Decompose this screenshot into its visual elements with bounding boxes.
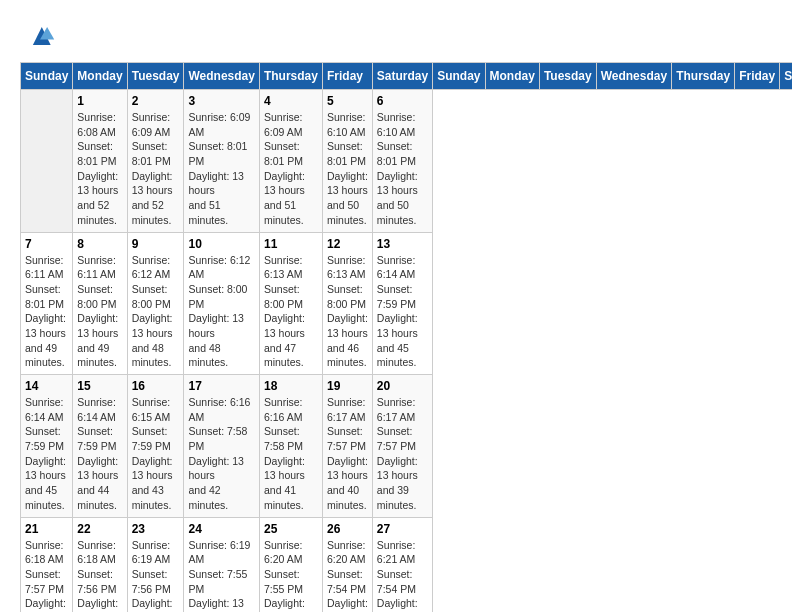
calendar-cell: 6Sunrise: 6:10 AMSunset: 8:01 PMDaylight… — [372, 90, 432, 233]
day-info: Sunrise: 6:16 AMSunset: 7:58 PMDaylight:… — [264, 395, 318, 513]
col-header-monday: Monday — [485, 63, 539, 90]
page-header — [20, 20, 772, 52]
col-header-thursday: Thursday — [672, 63, 735, 90]
calendar-cell: 21Sunrise: 6:18 AMSunset: 7:57 PMDayligh… — [21, 517, 73, 612]
col-header-friday: Friday — [735, 63, 780, 90]
calendar-week-row: 1Sunrise: 6:08 AMSunset: 8:01 PMDaylight… — [21, 90, 793, 233]
calendar-cell: 24Sunrise: 6:19 AMSunset: 7:55 PMDayligh… — [184, 517, 259, 612]
calendar-cell: 4Sunrise: 6:09 AMSunset: 8:01 PMDaylight… — [259, 90, 322, 233]
col-header-saturday: Saturday — [780, 63, 792, 90]
calendar-week-row: 14Sunrise: 6:14 AMSunset: 7:59 PMDayligh… — [21, 375, 793, 518]
calendar-cell: 26Sunrise: 6:20 AMSunset: 7:54 PMDayligh… — [322, 517, 372, 612]
calendar-cell: 5Sunrise: 6:10 AMSunset: 8:01 PMDaylight… — [322, 90, 372, 233]
day-info: Sunrise: 6:17 AMSunset: 7:57 PMDaylight:… — [327, 395, 368, 513]
calendar-cell: 27Sunrise: 6:21 AMSunset: 7:54 PMDayligh… — [372, 517, 432, 612]
col-wednesday: Wednesday — [184, 63, 259, 90]
day-number: 8 — [77, 237, 122, 251]
calendar-cell: 17Sunrise: 6:16 AMSunset: 7:58 PMDayligh… — [184, 375, 259, 518]
calendar-cell — [21, 90, 73, 233]
day-number: 5 — [327, 94, 368, 108]
calendar-table: SundayMondayTuesdayWednesdayThursdayFrid… — [20, 62, 792, 612]
calendar-header-row: SundayMondayTuesdayWednesdayThursdayFrid… — [21, 63, 793, 90]
day-info: Sunrise: 6:12 AMSunset: 8:00 PMDaylight:… — [132, 253, 180, 371]
day-info: Sunrise: 6:10 AMSunset: 8:01 PMDaylight:… — [377, 110, 428, 228]
day-info: Sunrise: 6:20 AMSunset: 7:54 PMDaylight:… — [327, 538, 368, 613]
day-info: Sunrise: 6:20 AMSunset: 7:55 PMDaylight:… — [264, 538, 318, 613]
day-info: Sunrise: 6:11 AMSunset: 8:01 PMDaylight:… — [25, 253, 68, 371]
day-number: 6 — [377, 94, 428, 108]
col-header-wednesday: Wednesday — [596, 63, 671, 90]
calendar-cell: 11Sunrise: 6:13 AMSunset: 8:00 PMDayligh… — [259, 232, 322, 375]
day-number: 25 — [264, 522, 318, 536]
day-info: Sunrise: 6:13 AMSunset: 8:00 PMDaylight:… — [264, 253, 318, 371]
calendar-cell: 25Sunrise: 6:20 AMSunset: 7:55 PMDayligh… — [259, 517, 322, 612]
day-number: 12 — [327, 237, 368, 251]
day-number: 11 — [264, 237, 318, 251]
col-saturday: Saturday — [372, 63, 432, 90]
day-number: 27 — [377, 522, 428, 536]
day-info: Sunrise: 6:15 AMSunset: 7:59 PMDaylight:… — [132, 395, 180, 513]
day-info: Sunrise: 6:16 AMSunset: 7:58 PMDaylight:… — [188, 395, 254, 513]
day-number: 23 — [132, 522, 180, 536]
calendar-cell: 2Sunrise: 6:09 AMSunset: 8:01 PMDaylight… — [127, 90, 184, 233]
day-number: 24 — [188, 522, 254, 536]
day-number: 18 — [264, 379, 318, 393]
day-info: Sunrise: 6:21 AMSunset: 7:54 PMDaylight:… — [377, 538, 428, 613]
day-info: Sunrise: 6:08 AMSunset: 8:01 PMDaylight:… — [77, 110, 122, 228]
calendar-cell: 8Sunrise: 6:11 AMSunset: 8:00 PMDaylight… — [73, 232, 127, 375]
day-number: 20 — [377, 379, 428, 393]
day-info: Sunrise: 6:13 AMSunset: 8:00 PMDaylight:… — [327, 253, 368, 371]
day-info: Sunrise: 6:14 AMSunset: 7:59 PMDaylight:… — [377, 253, 428, 371]
day-number: 14 — [25, 379, 68, 393]
calendar-cell: 10Sunrise: 6:12 AMSunset: 8:00 PMDayligh… — [184, 232, 259, 375]
calendar-cell: 15Sunrise: 6:14 AMSunset: 7:59 PMDayligh… — [73, 375, 127, 518]
calendar-cell: 16Sunrise: 6:15 AMSunset: 7:59 PMDayligh… — [127, 375, 184, 518]
day-info: Sunrise: 6:09 AMSunset: 8:01 PMDaylight:… — [188, 110, 254, 228]
day-info: Sunrise: 6:12 AMSunset: 8:00 PMDaylight:… — [188, 253, 254, 371]
col-monday: Monday — [73, 63, 127, 90]
col-friday: Friday — [322, 63, 372, 90]
calendar-cell: 14Sunrise: 6:14 AMSunset: 7:59 PMDayligh… — [21, 375, 73, 518]
day-number: 13 — [377, 237, 428, 251]
calendar-cell: 9Sunrise: 6:12 AMSunset: 8:00 PMDaylight… — [127, 232, 184, 375]
day-info: Sunrise: 6:09 AMSunset: 8:01 PMDaylight:… — [264, 110, 318, 228]
logo-icon — [24, 20, 56, 52]
day-info: Sunrise: 6:19 AMSunset: 7:56 PMDaylight:… — [132, 538, 180, 613]
day-number: 1 — [77, 94, 122, 108]
calendar-week-row: 7Sunrise: 6:11 AMSunset: 8:01 PMDaylight… — [21, 232, 793, 375]
calendar-cell: 7Sunrise: 6:11 AMSunset: 8:01 PMDaylight… — [21, 232, 73, 375]
calendar-cell: 13Sunrise: 6:14 AMSunset: 7:59 PMDayligh… — [372, 232, 432, 375]
calendar-cell: 12Sunrise: 6:13 AMSunset: 8:00 PMDayligh… — [322, 232, 372, 375]
day-number: 19 — [327, 379, 368, 393]
day-info: Sunrise: 6:18 AMSunset: 7:56 PMDaylight:… — [77, 538, 122, 613]
day-number: 3 — [188, 94, 254, 108]
day-info: Sunrise: 6:14 AMSunset: 7:59 PMDaylight:… — [77, 395, 122, 513]
day-info: Sunrise: 6:09 AMSunset: 8:01 PMDaylight:… — [132, 110, 180, 228]
day-info: Sunrise: 6:17 AMSunset: 7:57 PMDaylight:… — [377, 395, 428, 513]
day-number: 22 — [77, 522, 122, 536]
day-info: Sunrise: 6:18 AMSunset: 7:57 PMDaylight:… — [25, 538, 68, 613]
calendar-cell: 23Sunrise: 6:19 AMSunset: 7:56 PMDayligh… — [127, 517, 184, 612]
calendar-week-row: 21Sunrise: 6:18 AMSunset: 7:57 PMDayligh… — [21, 517, 793, 612]
day-number: 10 — [188, 237, 254, 251]
col-sunday: Sunday — [21, 63, 73, 90]
calendar-cell: 20Sunrise: 6:17 AMSunset: 7:57 PMDayligh… — [372, 375, 432, 518]
day-number: 7 — [25, 237, 68, 251]
day-number: 9 — [132, 237, 180, 251]
day-number: 16 — [132, 379, 180, 393]
calendar-cell: 22Sunrise: 6:18 AMSunset: 7:56 PMDayligh… — [73, 517, 127, 612]
day-number: 17 — [188, 379, 254, 393]
day-number: 26 — [327, 522, 368, 536]
col-header-tuesday: Tuesday — [539, 63, 596, 90]
calendar-cell: 3Sunrise: 6:09 AMSunset: 8:01 PMDaylight… — [184, 90, 259, 233]
day-number: 21 — [25, 522, 68, 536]
col-thursday: Thursday — [259, 63, 322, 90]
col-tuesday: Tuesday — [127, 63, 184, 90]
day-number: 2 — [132, 94, 180, 108]
day-number: 15 — [77, 379, 122, 393]
col-header-sunday: Sunday — [433, 63, 485, 90]
day-info: Sunrise: 6:14 AMSunset: 7:59 PMDaylight:… — [25, 395, 68, 513]
calendar-cell: 18Sunrise: 6:16 AMSunset: 7:58 PMDayligh… — [259, 375, 322, 518]
calendar-cell: 1Sunrise: 6:08 AMSunset: 8:01 PMDaylight… — [73, 90, 127, 233]
day-info: Sunrise: 6:10 AMSunset: 8:01 PMDaylight:… — [327, 110, 368, 228]
